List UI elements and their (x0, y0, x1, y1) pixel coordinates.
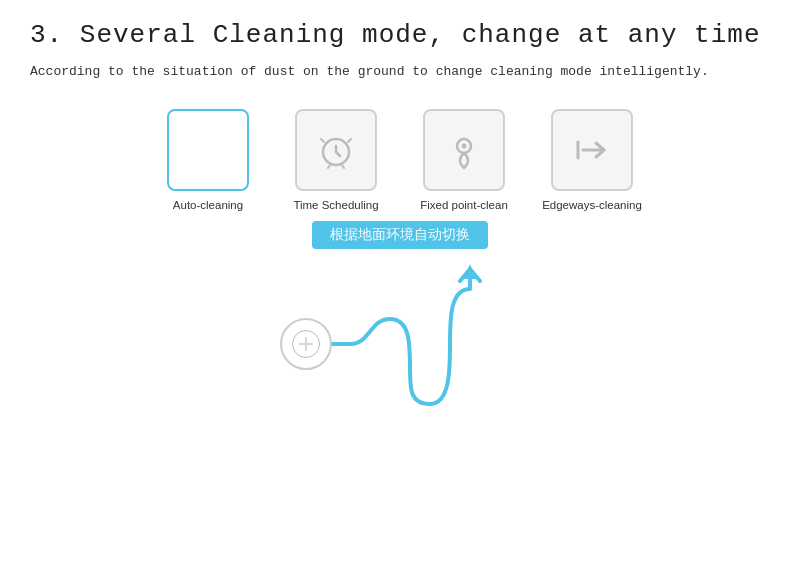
page-subtitle: According to the situation of dust on th… (30, 64, 770, 79)
mode-icon-edge[interactable] (551, 109, 633, 191)
svg-line-4 (348, 139, 351, 142)
time-scheduling-icon (314, 128, 358, 172)
mode-label-edge: Edgeways-cleaning (542, 199, 642, 211)
robot-icon (280, 318, 332, 370)
svg-line-2 (336, 152, 340, 156)
edgeways-cleaning-icon (570, 128, 614, 172)
page-container: 3. Several Cleaning mode, change at any … (0, 0, 800, 574)
mode-item-edge: Edgeways-cleaning (537, 109, 647, 211)
robot-face-icon (296, 334, 316, 354)
svg-line-5 (328, 165, 330, 168)
badge: 根据地面环境自动切换 (312, 221, 488, 249)
cleaning-diagram (270, 259, 530, 429)
modes-row: Auto-cleaning Time Scheduling (30, 109, 770, 211)
route-svg (320, 259, 520, 429)
mode-icon-auto[interactable] (167, 109, 249, 191)
auto-cleaning-icon (186, 128, 230, 172)
bottom-section: 根据地面环境自动切换 (30, 221, 770, 429)
mode-item-time: Time Scheduling (281, 109, 391, 211)
mode-icon-fixed[interactable] (423, 109, 505, 191)
robot-inner (292, 330, 320, 358)
svg-line-6 (342, 165, 344, 168)
svg-point-8 (462, 144, 467, 149)
fixed-point-icon (442, 128, 486, 172)
mode-icon-time[interactable] (295, 109, 377, 191)
page-title: 3. Several Cleaning mode, change at any … (30, 20, 770, 50)
mode-item-auto: Auto-cleaning (153, 109, 263, 211)
mode-item-fixed: Fixed point-clean (409, 109, 519, 211)
mode-label-auto: Auto-cleaning (173, 199, 243, 211)
svg-line-3 (321, 139, 324, 142)
mode-label-time: Time Scheduling (293, 199, 378, 211)
mode-label-fixed: Fixed point-clean (420, 199, 508, 211)
